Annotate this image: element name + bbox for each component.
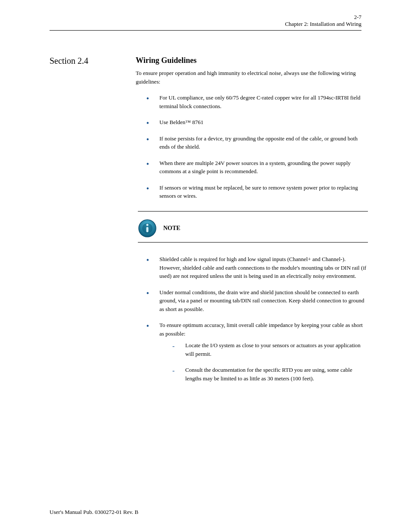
note-label: NOTE	[163, 225, 181, 232]
sub-list-item: Locate the I/O system as close to your s…	[159, 341, 368, 358]
section-label: Section 2.4	[50, 56, 88, 66]
sub-list-item: Consult the documentation for the specif…	[159, 366, 368, 383]
page-number: 2-7	[354, 14, 361, 21]
section-heading: Wiring Guidelines	[136, 56, 196, 65]
note-callout: NOTE	[138, 219, 181, 238]
list-item: If noise persists for a device, try grou…	[146, 134, 368, 151]
list-item: When there are multiple 24V power source…	[146, 159, 368, 176]
list-item: For UL compliance, use only 60/75 degree…	[146, 93, 368, 110]
list-item: Shielded cable is required for high and …	[146, 255, 368, 280]
list-item: Use Belden™ 8761	[146, 118, 368, 127]
divider	[138, 211, 368, 212]
section-intro: To ensure proper operation and high immu…	[136, 69, 368, 86]
header-rule	[50, 30, 361, 31]
list-item: If sensors or wiring must be replaced, b…	[146, 184, 368, 200]
footer-text: User's Manual Pub. 0300272-01 Rev. B	[50, 509, 138, 516]
sub-list: Locate the I/O system as close to your s…	[159, 341, 368, 383]
svg-rect-3	[146, 227, 149, 232]
divider	[138, 242, 368, 243]
chapter-header: Chapter 2: Installation and Wiring	[285, 21, 361, 28]
list-item: Under normal conditions, the drain wire …	[146, 288, 368, 314]
info-icon	[138, 219, 157, 238]
list-item: To ensure optimum accuracy, limit overal…	[146, 321, 368, 383]
svg-point-2	[146, 224, 149, 226]
guidelines-list: For UL compliance, use only 60/75 degree…	[146, 93, 368, 208]
note-list: Shielded cable is required for high and …	[146, 255, 368, 390]
